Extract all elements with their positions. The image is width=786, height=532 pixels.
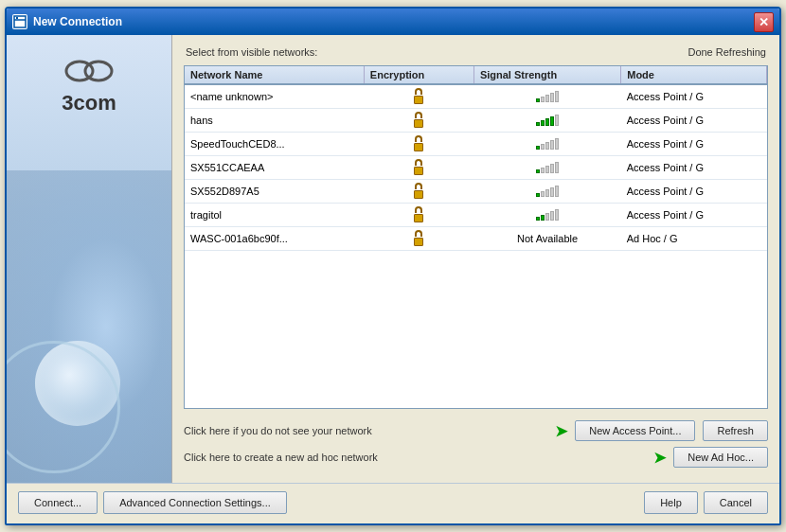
title-bar-text: New Connection — [33, 15, 754, 28]
cell-mode: Ad Hoc / G — [621, 227, 767, 251]
cancel-button[interactable]: Cancel — [704, 491, 768, 514]
cell-signal-strength — [473, 180, 620, 204]
col-signal-strength: Signal Strength — [473, 66, 620, 84]
instruction-text: Select from visible networks: — [186, 46, 317, 58]
new-access-point-button[interactable]: New Access Point... — [575, 420, 695, 441]
table-header: Network Name Encryption Signal Strength … — [185, 66, 767, 84]
actions-area: Click here if you do not see your networ… — [184, 417, 768, 471]
cell-network-name: <name unknown> — [185, 84, 364, 109]
svg-rect-0 — [14, 16, 26, 27]
table-row[interactable]: hans Access Point / G — [185, 109, 767, 133]
cell-network-name: SX551CCAEAA — [185, 156, 364, 180]
action-row-1: Click here if you do not see your networ… — [184, 420, 768, 441]
close-button[interactable]: ✕ — [754, 12, 774, 32]
action2-text: Click here to create a new ad hoc networ… — [184, 452, 646, 463]
cell-encryption — [364, 180, 473, 204]
cell-signal-strength — [473, 204, 620, 227]
col-encryption: Encryption — [364, 66, 473, 84]
network-table: Network Name Encryption Signal Strength … — [185, 66, 767, 251]
help-button[interactable]: Help — [644, 491, 698, 514]
table-row[interactable]: tragitol Access Point / G — [185, 204, 767, 227]
advanced-button[interactable]: Advanced Connection Settings... — [103, 491, 287, 514]
window-body: 3com Select from visible networks: Done … — [7, 35, 779, 483]
col-network-name: Network Name — [185, 66, 364, 84]
cell-encryption — [364, 109, 473, 133]
cell-encryption — [364, 204, 473, 227]
cell-encryption — [364, 84, 473, 109]
status-text: Done Refreshing — [688, 46, 766, 58]
connect-button[interactable]: Connect... — [18, 491, 98, 514]
cell-encryption — [364, 133, 473, 156]
refresh-button[interactable]: Refresh — [703, 420, 768, 441]
cell-mode: Access Point / G — [621, 180, 767, 204]
footer-buttons: Connect... Advanced Connection Settings.… — [7, 483, 779, 523]
logo-area: 3com — [61, 54, 117, 115]
cell-network-name: hans — [185, 109, 364, 133]
title-bar: New Connection ✕ — [7, 9, 779, 35]
cell-network-name: SX552D897A5 — [185, 180, 364, 204]
cell-mode: Access Point / G — [621, 204, 767, 227]
cell-encryption — [364, 227, 473, 251]
main-window: New Connection ✕ 3com Select fro — [5, 7, 781, 525]
cell-signal-strength — [473, 109, 620, 133]
new-ad-hoc-button[interactable]: New Ad Hoc... — [673, 447, 768, 468]
cell-network-name: tragitol — [185, 204, 364, 227]
svg-rect-2 — [16, 17, 18, 19]
cell-mode: Access Point / G — [621, 133, 767, 156]
action1-text: Click here if you do not see your networ… — [184, 425, 547, 436]
table-row[interactable]: SX551CCAEAA Access Point / G — [185, 156, 767, 180]
action-row-2: Click here to create a new ad hoc networ… — [184, 447, 768, 468]
window-icon — [12, 14, 27, 29]
cell-mode: Access Point / G — [621, 84, 767, 109]
cell-signal-strength — [473, 133, 620, 156]
table-row[interactable]: WASC-001a6bc90f... Not AvailableAd Hoc /… — [185, 227, 767, 251]
network-table-container[interactable]: Network Name Encryption Signal Strength … — [184, 65, 768, 409]
sidebar: 3com — [7, 35, 172, 483]
instruction-row: Select from visible networks: Done Refre… — [184, 46, 768, 58]
svg-point-4 — [85, 62, 112, 80]
cell-mode: Access Point / G — [621, 156, 767, 180]
network-list: <name unknown> Access Point / Ghans Acce… — [185, 84, 767, 251]
arrow-icon-1: ➤ — [555, 422, 567, 440]
table-row[interactable]: SpeedTouchCED8... Access Point / G — [185, 133, 767, 156]
logo-text: 3com — [62, 92, 116, 115]
arrow-icon-2: ➤ — [653, 449, 666, 467]
cell-signal-strength: Not Available — [473, 227, 620, 251]
table-row[interactable]: <name unknown> Access Point / G — [185, 84, 767, 109]
cell-network-name: SpeedTouchCED8... — [185, 133, 364, 156]
table-row[interactable]: SX552D897A5 Access Point / G — [185, 180, 767, 204]
col-mode: Mode — [621, 66, 767, 84]
cell-encryption — [364, 156, 473, 180]
cell-network-name: WASC-001a6bc90f... — [185, 227, 364, 251]
main-content: Select from visible networks: Done Refre… — [172, 35, 779, 483]
cell-signal-strength — [473, 156, 620, 180]
cell-signal-strength — [473, 84, 620, 109]
cell-mode: Access Point / G — [621, 109, 767, 133]
